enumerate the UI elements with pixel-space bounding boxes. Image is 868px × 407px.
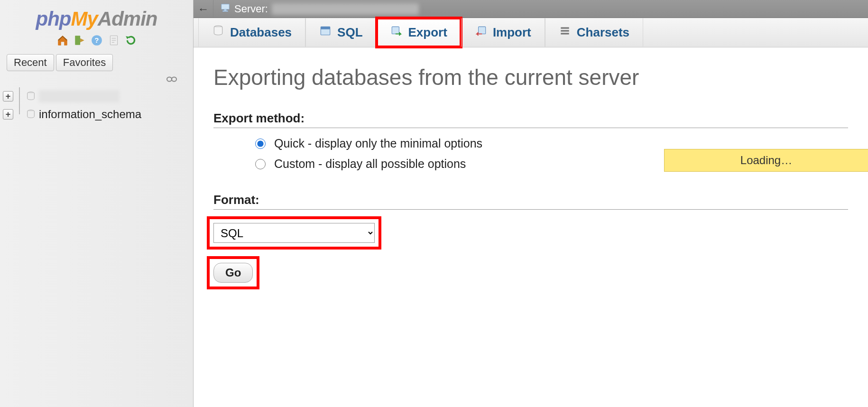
- database-tree: + + information_schema: [0, 85, 193, 125]
- database-label-redacted: [39, 90, 120, 102]
- main-panel: ← Server: Databases SQL Exp: [194, 0, 868, 407]
- database-icon: [26, 91, 36, 102]
- tab-label: SQL: [337, 25, 362, 40]
- sidebar: phpMyAdmin ? Recent Favorites: [0, 0, 194, 407]
- favorites-button[interactable]: Favorites: [56, 54, 113, 71]
- tab-sql[interactable]: SQL: [305, 18, 376, 47]
- tree-connector: [16, 105, 23, 123]
- radio-custom-label: Custom - display all possible options: [274, 157, 466, 171]
- breadcrumb-bar: ← Server:: [194, 0, 868, 18]
- recent-button[interactable]: Recent: [7, 54, 54, 71]
- svg-point-8: [172, 77, 176, 82]
- svg-rect-17: [392, 27, 399, 34]
- recent-favorites-toggle: Recent Favorites: [0, 53, 193, 75]
- svg-rect-20: [561, 30, 569, 31]
- collapse-link-icon[interactable]: [166, 76, 177, 83]
- sidebar-quick-icons: ?: [0, 32, 193, 53]
- logo-part-my: My: [71, 8, 97, 30]
- tab-databases[interactable]: Databases: [198, 18, 305, 47]
- export-icon: [390, 25, 403, 40]
- svg-rect-18: [478, 27, 485, 34]
- arrow-left-icon: ←: [198, 2, 209, 16]
- content-area: Exporting databases from the current ser…: [194, 47, 868, 407]
- radio-custom-input[interactable]: [255, 159, 266, 169]
- tab-label: Export: [408, 25, 447, 40]
- top-tabs: Databases SQL Export Import Charsets: [194, 18, 868, 47]
- radio-quick[interactable]: Quick - display only the minimal options: [255, 137, 848, 150]
- svg-rect-16: [321, 27, 330, 29]
- tab-label: Charsets: [577, 25, 629, 40]
- tab-import[interactable]: Import: [461, 18, 545, 47]
- server-label: Server:: [234, 3, 268, 15]
- radio-quick-input[interactable]: [255, 139, 266, 149]
- logo-part-admin: Admin: [98, 8, 157, 30]
- server-icon: [220, 2, 231, 16]
- import-icon: [475, 25, 487, 40]
- reload-icon[interactable]: [125, 34, 137, 48]
- expand-icon[interactable]: +: [3, 109, 13, 120]
- svg-rect-0: [75, 36, 80, 45]
- server-breadcrumb[interactable]: Server:: [213, 2, 425, 16]
- export-method-heading: Export method:: [213, 111, 848, 128]
- back-button[interactable]: ←: [194, 0, 213, 18]
- docs-icon[interactable]: [108, 34, 120, 48]
- format-select[interactable]: SQL: [213, 223, 375, 243]
- go-button[interactable]: Go: [213, 263, 253, 283]
- svg-rect-19: [561, 27, 569, 28]
- loading-text: Loading…: [740, 154, 792, 167]
- format-heading: Format:: [213, 193, 848, 210]
- svg-rect-21: [561, 33, 569, 34]
- tree-node[interactable]: + information_schema: [3, 105, 190, 123]
- svg-point-7: [167, 77, 172, 82]
- loading-banner: Loading…: [664, 149, 868, 172]
- svg-rect-13: [223, 10, 228, 11]
- home-icon[interactable]: [56, 34, 69, 48]
- tab-label: Import: [493, 25, 531, 40]
- db-stack-icon: [212, 25, 224, 40]
- radio-quick-label: Quick - display only the minimal options: [274, 137, 482, 150]
- sql-window-icon: [319, 25, 332, 40]
- logout-icon[interactable]: [74, 34, 86, 48]
- expand-icon[interactable]: +: [3, 91, 13, 102]
- charsets-icon: [559, 25, 571, 40]
- tree-connector: [16, 87, 23, 105]
- svg-rect-11: [222, 4, 230, 9]
- server-name-redacted: [272, 3, 419, 15]
- page-title: Exporting databases from the current ser…: [213, 65, 848, 90]
- help-icon[interactable]: ?: [91, 34, 103, 48]
- database-icon: [26, 109, 36, 120]
- tab-charsets[interactable]: Charsets: [545, 18, 643, 47]
- tab-label: Databases: [230, 25, 292, 40]
- logo-part-php: php: [36, 8, 71, 30]
- tree-node[interactable]: +: [3, 87, 190, 105]
- svg-text:?: ?: [94, 36, 99, 44]
- tab-export[interactable]: Export: [377, 18, 461, 47]
- phpmyadmin-logo: phpMyAdmin: [0, 5, 193, 32]
- database-label: information_schema: [39, 108, 141, 121]
